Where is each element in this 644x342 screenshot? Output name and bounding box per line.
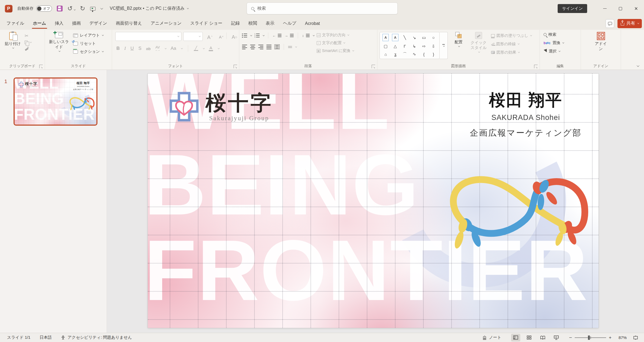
slide-thumbnail[interactable]: WELL BEING FRONTIER 桜十字 Sakurajyuji Grou… — [14, 77, 97, 126]
find-button[interactable]: 検索 — [544, 32, 581, 37]
name-block[interactable]: 桜田 翔平 SAKURADA Shohei 企画広報マーケティング部 — [431, 89, 599, 139]
addins-button[interactable]: アドイン — [591, 32, 610, 51]
shape-arc[interactable]: ⌒ — [400, 50, 410, 58]
paragraph-dialog-launcher[interactable]: ↘ — [372, 65, 375, 68]
decrease-font-size-icon[interactable]: A˅ — [217, 35, 223, 38]
copy-icon[interactable] — [25, 41, 28, 44]
slide-sorter-view-button[interactable] — [525, 334, 534, 341]
shape-freeform[interactable]: ⌂ — [381, 50, 390, 58]
powerpoint-app-icon[interactable]: P — [5, 5, 12, 12]
highlight-color-icon[interactable]: ╱ — [194, 46, 198, 51]
shape-right-brace[interactable]: } — [429, 50, 438, 58]
font-size-combobox[interactable] — [183, 32, 203, 41]
convert-smartart-button[interactable]: ▦SmartArt に変換 — [317, 48, 354, 53]
shape-rounded-rectangle[interactable]: ▢ — [381, 42, 390, 50]
format-painter-icon[interactable] — [25, 47, 29, 51]
autosave-toggle[interactable]: オフ — [36, 5, 52, 12]
text-direction-button[interactable]: ↓A文字列の方向 — [317, 32, 349, 38]
cut-icon[interactable]: ✂ — [25, 34, 28, 38]
slide-1[interactable]: WELL BEING FRONTIER 桜十字 Sakurajyuji Grou… — [148, 74, 599, 328]
align-center-icon[interactable] — [250, 45, 255, 49]
shape-down-arrow[interactable]: ⇩ — [429, 42, 438, 50]
align-text-button[interactable]: ↕文字の配置 — [317, 40, 345, 45]
tab-transitions[interactable]: 画面切り替え — [112, 18, 146, 29]
tab-home[interactable]: ホーム — [29, 18, 51, 29]
accessibility-checker[interactable]: アクセシビリティ: 問題ありません — [61, 335, 132, 340]
language-indicator[interactable]: 日本語 — [40, 335, 52, 340]
tab-view[interactable]: 表示 — [261, 18, 279, 29]
save-icon[interactable] — [57, 6, 63, 11]
justify-icon[interactable] — [266, 45, 272, 49]
new-slide-button[interactable]: 新しいスライド — [49, 32, 69, 54]
decrease-indent-icon[interactable]: ← — [272, 34, 282, 38]
change-case-icon[interactable]: Aa — [171, 46, 176, 51]
clipboard-dialog-launcher[interactable]: ↘ — [39, 65, 43, 68]
shape-right-arrow[interactable]: ⇨ — [419, 42, 429, 50]
paste-button[interactable]: 貼り付け — [5, 32, 21, 51]
slide-indicator[interactable]: スライド 1/1 — [7, 335, 30, 340]
increase-indent-icon[interactable]: → — [285, 34, 294, 38]
tab-animations[interactable]: アニメーション — [146, 18, 186, 29]
reset-button[interactable]: リセット — [73, 41, 96, 46]
maximize-button[interactable] — [613, 0, 628, 17]
company-logo[interactable]: 桜十字 Sakurajyuji Group — [169, 92, 273, 122]
shape-rectangle[interactable]: ▭ — [419, 33, 429, 42]
document-title[interactable]: VC壁紙_B2.pptx • この PC に保存済み — [110, 6, 188, 11]
shape-fill-button[interactable]: 図形の塗りつぶし — [491, 33, 531, 38]
reading-view-button[interactable] — [538, 334, 547, 341]
undo-icon[interactable]: ↺ — [67, 5, 75, 12]
drawing-dialog-launcher[interactable]: ↘ — [534, 65, 538, 68]
slideshow-view-button[interactable] — [552, 334, 561, 341]
shape-vertical-text-box[interactable]: A — [392, 34, 398, 41]
quick-styles-button[interactable]: クイック スタイル — [469, 32, 488, 59]
shape-text-box[interactable]: A — [383, 34, 389, 41]
increase-font-size-icon[interactable]: A＾ — [205, 35, 213, 38]
line-spacing-icon[interactable]: ↕ — [302, 34, 310, 38]
layout-button[interactable]: レイアウト — [73, 33, 103, 38]
shape-outline-button[interactable]: 図形の枠線 — [491, 41, 519, 47]
section-button[interactable]: セクション — [73, 49, 103, 54]
redo-icon[interactable]: ↻ — [80, 5, 85, 12]
shape-effects-button[interactable]: 図形の効果 — [491, 50, 519, 55]
tab-insert[interactable]: 挿入 — [50, 18, 68, 29]
tab-draw[interactable]: 描画 — [68, 18, 85, 29]
shape-elbow-arrow-connector[interactable]: ↳ — [410, 42, 419, 50]
font-name-combobox[interactable] — [115, 32, 181, 41]
arrange-button[interactable]: 配置 — [451, 32, 466, 59]
shape-curve[interactable]: ∿ — [410, 50, 419, 58]
clear-formatting-icon[interactable]: A◇ — [230, 35, 237, 38]
bold-icon[interactable]: B — [116, 46, 120, 51]
shape-triangle[interactable]: △ — [390, 42, 400, 50]
company-logo[interactable]: 桜十字 Sakurajyuji Group — [18, 82, 37, 87]
distribute-text-icon[interactable] — [274, 44, 280, 49]
tab-file[interactable]: ファイル — [2, 18, 29, 29]
tab-review[interactable]: 校閲 — [244, 18, 261, 29]
align-right-icon[interactable] — [258, 45, 263, 49]
shape-line-arrow[interactable]: ↘ — [410, 33, 419, 42]
zoom-in-button[interactable]: + — [609, 335, 612, 340]
tab-help[interactable]: ヘルプ — [279, 18, 300, 29]
start-slideshow-icon[interactable] — [90, 7, 96, 11]
replace-button[interactable]: b⇄c置換 — [544, 40, 581, 45]
tab-slideshow[interactable]: スライド ショー — [186, 18, 227, 29]
minimize-button[interactable] — [597, 0, 613, 17]
slide-canvas[interactable]: WELL BEING FRONTIER 桜十字 Sakurajyuji Grou… — [148, 74, 599, 328]
shape-elbow-connector[interactable]: Γ — [400, 42, 410, 50]
autosave-control[interactable]: 自動保存 オフ — [17, 5, 52, 12]
search-input[interactable]: 検索 — [247, 2, 398, 14]
underline-icon[interactable]: U — [130, 46, 134, 51]
fit-to-window-button[interactable] — [631, 334, 640, 341]
italic-icon[interactable]: I — [124, 46, 126, 51]
tab-acrobat[interactable]: Acrobat — [301, 18, 324, 29]
columns-icon[interactable] — [288, 46, 292, 48]
shape-line[interactable]: ╲ — [400, 33, 410, 42]
text-shadow-icon[interactable]: S — [138, 46, 141, 51]
collapse-ribbon-chevron-icon[interactable] — [637, 64, 639, 67]
sign-in-button[interactable]: サインイン — [558, 4, 587, 13]
name-block[interactable]: 桜田 翔平 SAKURADA Shohei 企画広報マーケティング部 — [66, 82, 96, 90]
shape-scribble[interactable]: ʓ — [390, 50, 400, 58]
font-color-icon[interactable]: A — [209, 46, 213, 51]
zoom-slider-thumb[interactable] — [588, 336, 590, 340]
notes-button[interactable]: ノート — [482, 335, 501, 340]
font-dialog-launcher[interactable]: ↘ — [234, 65, 237, 68]
